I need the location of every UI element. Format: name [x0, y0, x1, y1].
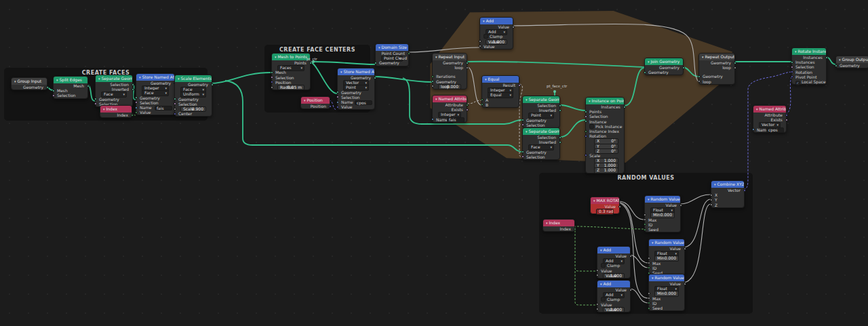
node-separate-geometry-1[interactable]: ▾Separate GeometrySelectionInvertedFace▾… [95, 75, 133, 107]
output-socket[interactable] [734, 66, 736, 69]
node-separate-geometry-3-header[interactable]: ▾Separate Geometry [523, 128, 559, 135]
input-socket[interactable] [710, 199, 713, 201]
input-socket[interactable] [521, 150, 524, 153]
input-socket[interactable] [174, 102, 176, 105]
output-socket[interactable] [618, 205, 621, 208]
input-socket[interactable] [698, 75, 701, 78]
node-math-add-2[interactable]: ▾AddValueAdd▾ClampValueValue1.000 [597, 246, 631, 279]
input-socket[interactable] [596, 269, 599, 272]
input-socket[interactable] [644, 228, 646, 231]
input-socket[interactable] [52, 94, 55, 97]
input-socket[interactable] [585, 110, 587, 113]
output-socket[interactable] [679, 204, 682, 207]
output-socket[interactable] [87, 85, 90, 87]
output-socket[interactable] [559, 141, 561, 144]
output-socket[interactable] [132, 88, 134, 91]
input-socket[interactable] [521, 119, 524, 121]
checkbox-clamp[interactable] [601, 263, 606, 268]
input-socket[interactable] [644, 223, 646, 226]
node-math-add-2-header[interactable]: ▾Add [597, 247, 630, 253]
node-max-rotate-header[interactable]: ▾MAX ROTATE [591, 197, 619, 204]
node-separate-geometry-3[interactable]: ▾Separate GeometrySelectionInvertedFace▾… [522, 127, 560, 160]
node-named-attribute-2-header[interactable]: ▾Named Attribute [753, 106, 786, 113]
input-socket[interactable] [174, 108, 176, 110]
node-scale-elements-header[interactable]: ▾Scale Elements [175, 75, 212, 82]
node-position-1-header[interactable]: ▾Position [301, 97, 330, 104]
output-socket[interactable] [785, 119, 788, 121]
node-store-named-attribute-2[interactable]: ▾Store Named Attrib...GeometryVector▾Poi… [337, 68, 375, 110]
input-socket[interactable] [835, 64, 837, 67]
node-index-2[interactable]: ▾IndexIndex [542, 219, 575, 232]
input-socket[interactable] [52, 89, 55, 92]
output-socket[interactable] [46, 86, 49, 89]
input-socket[interactable] [135, 106, 138, 109]
attribute-name-input[interactable]: fais [447, 117, 465, 123]
node-compare-equal-header[interactable]: ▾Equal [482, 76, 519, 83]
input-socket[interactable] [271, 76, 273, 79]
input-socket[interactable] [135, 111, 138, 114]
input-socket[interactable] [791, 75, 793, 78]
node-math-add-1[interactable]: ▾AddValueAdd▾ClampValue1.000Value [479, 17, 513, 49]
node-group-output[interactable]: ▾Group OutputGeometry [835, 56, 868, 68]
output-socket[interactable] [466, 104, 469, 106]
node-store-named-attribute-1[interactable]: ▾Store Named Attrib...GeometryInteger▾Fa… [136, 73, 175, 115]
node-store-named-attribute-1-header[interactable]: ▾Store Named Attrib... [136, 74, 174, 81]
node-split-edges[interactable]: ▾Split EdgesMeshMeshSelection [53, 76, 88, 99]
input-socket[interactable] [596, 308, 599, 310]
input-socket[interactable] [271, 81, 273, 83]
input-socket[interactable] [791, 66, 793, 68]
node-join-geometry[interactable]: ▾Join GeometryGeometryGeometry [644, 58, 684, 75]
node-separate-geometry-2-header[interactable]: ▾Separate Geometry [523, 96, 559, 103]
input-socket[interactable] [431, 118, 434, 121]
input-socket[interactable] [644, 213, 646, 216]
input-socket[interactable] [791, 61, 793, 64]
node-random-value-3-header[interactable]: ▾Random Value [649, 274, 684, 281]
input-socket[interactable] [431, 85, 434, 87]
input-socket[interactable] [479, 40, 481, 43]
input-socket[interactable] [596, 303, 599, 306]
output-socket[interactable] [682, 66, 685, 69]
input-socket[interactable] [479, 45, 481, 47]
output-socket[interactable] [684, 283, 686, 285]
node-rotate-instances[interactable]: ▾Rotate InstancesInstancesInstancesSelec… [791, 47, 827, 85]
input-socket[interactable] [336, 96, 339, 98]
input-socket[interactable] [135, 101, 138, 104]
node-combine-xyz-header[interactable]: ▾Combine XYZ [711, 181, 744, 188]
node-repeat-input-header[interactable]: ▾Repeat Input [433, 54, 467, 60]
output-socket[interactable] [131, 114, 134, 117]
output-socket[interactable] [623, 106, 626, 108]
input-socket[interactable] [174, 98, 176, 100]
node-math-add-3[interactable]: ▾AddValueAdd▾ClampValueValue2.000 [597, 280, 631, 312]
input-socket[interactable] [648, 297, 650, 300]
output-socket[interactable] [132, 83, 134, 86]
input-socket[interactable] [648, 257, 650, 260]
node-scale-elements[interactable]: ▾Scale ElementsGeometryFace▾Uniform▾Geom… [174, 75, 212, 117]
input-socket[interactable] [336, 106, 339, 108]
number-field-value[interactable]: 0.3 rad [596, 209, 614, 214]
input-socket[interactable] [698, 80, 701, 83]
input-socket[interactable] [374, 62, 377, 64]
output-socket[interactable] [309, 62, 312, 64]
input-socket[interactable] [648, 307, 650, 310]
node-named-attribute-1-header[interactable]: ▾Named Attribute [433, 96, 467, 102]
input-socket[interactable] [585, 120, 587, 123]
input-socket[interactable] [585, 135, 587, 138]
input-socket[interactable] [648, 292, 650, 295]
output-socket[interactable] [629, 255, 632, 258]
input-socket[interactable] [336, 101, 339, 104]
number-field-loop[interactable]: loop0.000 [438, 84, 461, 89]
node-separate-geometry-1-header[interactable]: ▾Separate Geometry [96, 75, 132, 82]
output-socket[interactable] [329, 105, 332, 108]
node-named-attribute-1[interactable]: ▾Named AttributeAttributeExistsInteger▾N… [432, 95, 467, 123]
node-rotate-instances-header[interactable]: ▾Rotate Instances [792, 48, 826, 55]
node-random-value-1-header[interactable]: ▾Random Value [645, 196, 680, 203]
output-socket[interactable] [825, 56, 828, 59]
node-domain-size[interactable]: ▾Domain SizePoint CountPoint Cloud▾Geome… [375, 43, 409, 66]
input-socket[interactable] [271, 86, 273, 89]
node-instance-on-points-header[interactable]: ▾Instance on Points [586, 98, 624, 104]
node-position-1[interactable]: ▾PositionPosition [300, 96, 330, 109]
input-socket[interactable] [585, 115, 587, 118]
node-store-named-attribute-2-header[interactable]: ▾Store Named Attrib... [338, 68, 374, 75]
input-socket[interactable] [585, 154, 587, 157]
node-mesh-to-points-header[interactable]: ▾Mesh to Points [272, 54, 310, 60]
